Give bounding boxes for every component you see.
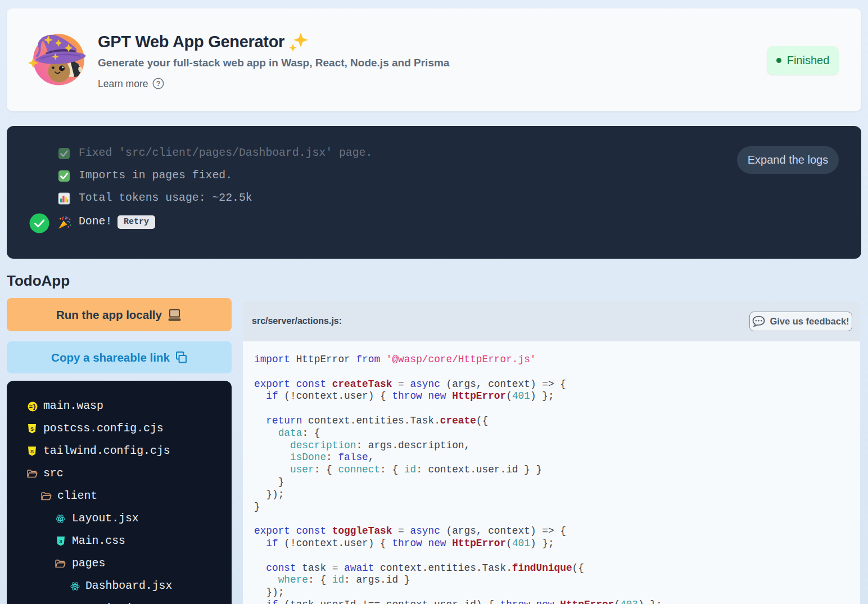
svg-text:=}: =} <box>29 404 36 411</box>
svg-text:S: S <box>30 426 34 431</box>
svg-text:?: ? <box>156 80 160 88</box>
svg-text:S: S <box>30 448 34 454</box>
svg-text:3: 3 <box>59 538 62 544</box>
